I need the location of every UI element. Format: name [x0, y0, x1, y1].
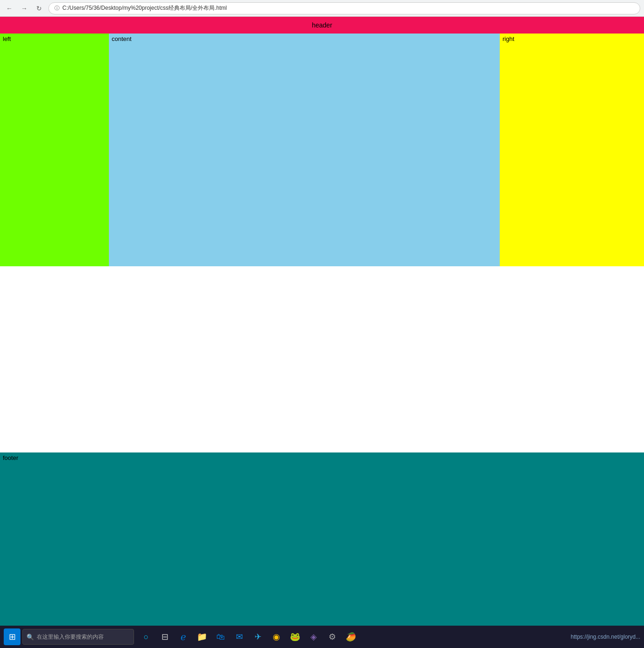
cortana-button[interactable]: ○ [138, 628, 154, 645]
chrome-button[interactable]: ◉ [268, 628, 285, 645]
site-footer: footer [0, 452, 644, 648]
taskbar: ⊞ 🔍 在这里输入你要搜索的内容 ○ ⊟ ℯ 📁 🛍 ✉ ✈ ◉ 🐸 ◈ ⚙ 🥭… [0, 626, 644, 648]
left-panel: left [0, 34, 109, 266]
mail-button[interactable]: ✉ [231, 628, 248, 645]
vscode-button[interactable]: ◈ [305, 628, 322, 645]
left-label: left [3, 35, 11, 42]
task-view-button[interactable]: ⊟ [156, 628, 173, 645]
right-label: right [503, 35, 514, 42]
taskbar-search-placeholder: 在这里输入你要搜索的内容 [37, 633, 104, 641]
footer-label: footer [3, 454, 18, 461]
page-content: header left content right footer [0, 17, 644, 648]
header-label: header [312, 21, 332, 29]
taskbar-search-icon: 🔍 [27, 634, 34, 641]
back-button[interactable]: ← [4, 3, 15, 14]
content-label: content [112, 35, 132, 42]
edge-button[interactable]: ℯ [175, 628, 192, 645]
site-header: header [0, 17, 644, 34]
browser-chrome: ← → ↻ ⓘ C:/Users/75/36/Desktop/my%20proj… [0, 0, 644, 17]
main-row: left content right [0, 34, 644, 266]
start-button[interactable]: ⊞ [4, 628, 20, 645]
refresh-button[interactable]: ↻ [34, 3, 45, 14]
taskbar-search-box[interactable]: 🔍 在这里输入你要搜索的内容 [22, 629, 134, 645]
right-panel: right [500, 34, 644, 266]
file-explorer-button[interactable]: 📁 [194, 628, 210, 645]
white-space [0, 266, 644, 452]
taskbar-apps: ○ ⊟ ℯ 📁 🛍 ✉ ✈ ◉ 🐸 ◈ ⚙ 🥭 [138, 628, 359, 645]
content-panel: content [109, 34, 500, 266]
telegram-button[interactable]: ✈ [249, 628, 266, 645]
address-bar[interactable]: ⓘ C:/Users/75/36/Desktop/my%20project/cs… [48, 2, 640, 14]
mango-button[interactable]: 🥭 [342, 628, 359, 645]
address-security-icon: ⓘ [54, 5, 60, 12]
address-text: C:/Users/75/36/Desktop/my%20project/css经… [62, 4, 227, 12]
forward-button[interactable]: → [19, 3, 30, 14]
steam-button[interactable]: ⚙ [324, 628, 341, 645]
minecraft-button[interactable]: 🐸 [287, 628, 303, 645]
taskbar-link: https://jing.csdn.net/gloryd... [571, 634, 640, 640]
store-button[interactable]: 🛍 [212, 628, 229, 645]
